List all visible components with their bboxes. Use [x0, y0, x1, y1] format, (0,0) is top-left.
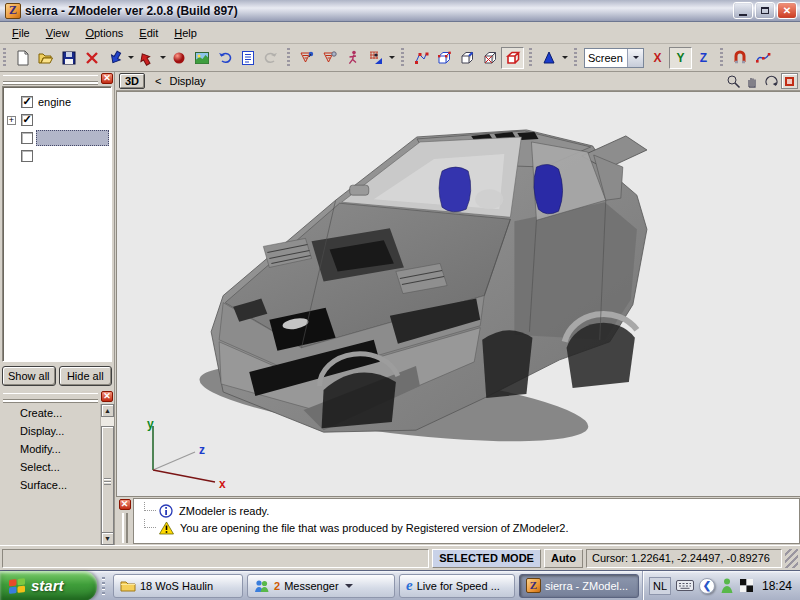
- menu-view[interactable]: View: [38, 24, 78, 42]
- close-button[interactable]: ✕: [777, 2, 797, 19]
- checker-app-icon[interactable]: [739, 578, 754, 593]
- open-file-button[interactable]: [34, 47, 57, 69]
- zoom-tool-button[interactable]: [724, 73, 743, 90]
- spline-tool-button[interactable]: [751, 47, 774, 69]
- light-tool-dropdown[interactable]: [387, 47, 396, 69]
- toolbar-grip[interactable]: [286, 48, 291, 68]
- new-file-button[interactable]: [11, 47, 34, 69]
- tool-item-modify[interactable]: Modify...: [2, 440, 112, 458]
- menu-options[interactable]: Options: [77, 24, 131, 42]
- nav-back-arrow[interactable]: <: [155, 75, 161, 87]
- menu-file[interactable]: File: [4, 24, 38, 42]
- cube-objects-mode-button[interactable]: [501, 47, 524, 69]
- checkbox-checked[interactable]: ✓: [21, 114, 33, 126]
- viewport-location-label[interactable]: Display: [169, 75, 205, 87]
- axis-x-button[interactable]: X: [646, 47, 669, 69]
- scene-panel-close-button[interactable]: ✕: [101, 73, 113, 84]
- tree-item-label[interactable]: engine: [38, 96, 71, 108]
- scroll-thumb[interactable]: [101, 426, 114, 536]
- task-group-dropdown-icon[interactable]: [345, 584, 353, 592]
- tree-row[interactable]: + ✓: [3, 111, 111, 129]
- menu-help[interactable]: Help: [166, 24, 205, 42]
- toolbar-grip[interactable]: [528, 48, 533, 68]
- hide-tray-icons-button[interactable]: ❮: [699, 578, 715, 594]
- task-zmodeler-active[interactable]: Z sierra - ZModel...: [519, 574, 639, 598]
- plane-select-dropdown[interactable]: [627, 49, 643, 67]
- tool-item-display[interactable]: Display...: [2, 422, 112, 440]
- snap-magnet-button[interactable]: [728, 47, 751, 69]
- messenger-status-icon[interactable]: [720, 578, 734, 593]
- texture-browser-button[interactable]: [190, 47, 213, 69]
- expand-plus-icon[interactable]: +: [7, 116, 16, 125]
- menu-edit[interactable]: Edit: [131, 24, 166, 42]
- axis-y-button[interactable]: Y: [669, 47, 692, 69]
- select-pin-active-button[interactable]: [295, 47, 318, 69]
- cube-polygons-mode-button[interactable]: [478, 47, 501, 69]
- undo-icon: [217, 50, 233, 66]
- scroll-down-button[interactable]: ▼: [101, 532, 114, 545]
- cube-edges-mode-button[interactable]: [455, 47, 478, 69]
- checkbox-unchecked[interactable]: [21, 132, 33, 144]
- restore-button[interactable]: [755, 2, 775, 19]
- message-panel-drag-handle[interactable]: [122, 513, 128, 543]
- minimize-button[interactable]: [733, 2, 753, 19]
- message-panel-close-button[interactable]: ✕: [119, 499, 131, 510]
- tools-panel-close-button[interactable]: ✕: [101, 391, 113, 402]
- cone-tool-dropdown[interactable]: [560, 47, 569, 69]
- vertices-mode-button[interactable]: [409, 47, 432, 69]
- tree-row[interactable]: [3, 147, 111, 165]
- tool-item-surface[interactable]: Surface...: [2, 476, 112, 494]
- status-auto-button[interactable]: Auto: [544, 549, 583, 568]
- checkbox-unchecked[interactable]: [21, 150, 33, 162]
- delete-button[interactable]: [80, 47, 103, 69]
- language-indicator[interactable]: NL: [649, 577, 671, 595]
- save-file-button[interactable]: [57, 47, 80, 69]
- panel-drag-handle[interactable]: [3, 75, 98, 82]
- task-live-for-speed[interactable]: e Live for Speed ...: [399, 574, 515, 598]
- orbit-tool-button[interactable]: [762, 73, 781, 90]
- axis-z-button[interactable]: Z: [692, 47, 715, 69]
- light-tool-button[interactable]: [364, 47, 387, 69]
- quicklaunch-grip[interactable]: [99, 575, 109, 597]
- export-dropdown[interactable]: [158, 47, 167, 69]
- cube-vertices-mode-button[interactable]: [432, 47, 455, 69]
- title-bar[interactable]: Z sierra - ZModeler ver 2.0.8 (Build 897…: [0, 0, 800, 22]
- maximize-view-button[interactable]: [781, 73, 798, 89]
- show-all-button[interactable]: Show all: [2, 366, 56, 386]
- toolbar-grip[interactable]: [2, 48, 7, 68]
- toolbar-grip[interactable]: [719, 48, 724, 68]
- tree-row[interactable]: ✓ engine: [3, 93, 111, 111]
- pan-tool-button[interactable]: [743, 73, 762, 90]
- view-mode-button[interactable]: 3D: [119, 73, 145, 89]
- import-dropdown[interactable]: [126, 47, 135, 69]
- tree-row-selected[interactable]: [3, 129, 111, 147]
- resize-grip[interactable]: [785, 549, 798, 568]
- scroll-up-button[interactable]: ▲: [101, 404, 114, 417]
- tools-scrollbar[interactable]: ▲ ▼: [100, 404, 114, 545]
- keyboard-icon[interactable]: [676, 579, 694, 592]
- material-editor-button[interactable]: [167, 47, 190, 69]
- redo-button[interactable]: [259, 47, 282, 69]
- export-button[interactable]: [135, 47, 158, 69]
- checkbox-checked[interactable]: ✓: [21, 96, 33, 108]
- selection-highlight[interactable]: [36, 130, 109, 146]
- tool-item-create[interactable]: Create...: [2, 404, 112, 422]
- start-button[interactable]: start: [0, 571, 97, 600]
- viewport-canvas[interactable]: y z x: [116, 91, 800, 497]
- scene-tree[interactable]: ✓ engine + ✓: [2, 86, 112, 362]
- log-button[interactable]: [236, 47, 259, 69]
- panel-drag-handle[interactable]: [3, 393, 98, 400]
- task-wos-haulin[interactable]: 18 WoS Haulin: [113, 574, 243, 598]
- undo-button[interactable]: [213, 47, 236, 69]
- tool-item-select[interactable]: Select...: [2, 458, 112, 476]
- cone-tool-button[interactable]: [537, 47, 560, 69]
- clock[interactable]: 18:24: [762, 579, 792, 593]
- toolbar-grip[interactable]: [400, 48, 405, 68]
- task-messenger-group[interactable]: 2 Messenger: [247, 574, 395, 598]
- select-pin-button[interactable]: [318, 47, 341, 69]
- toolbar-grip[interactable]: [573, 48, 578, 68]
- plane-select[interactable]: Screen: [584, 48, 644, 68]
- animate-runner-button[interactable]: [341, 47, 364, 69]
- hide-all-button[interactable]: Hide all: [59, 366, 113, 386]
- import-button[interactable]: [103, 47, 126, 69]
